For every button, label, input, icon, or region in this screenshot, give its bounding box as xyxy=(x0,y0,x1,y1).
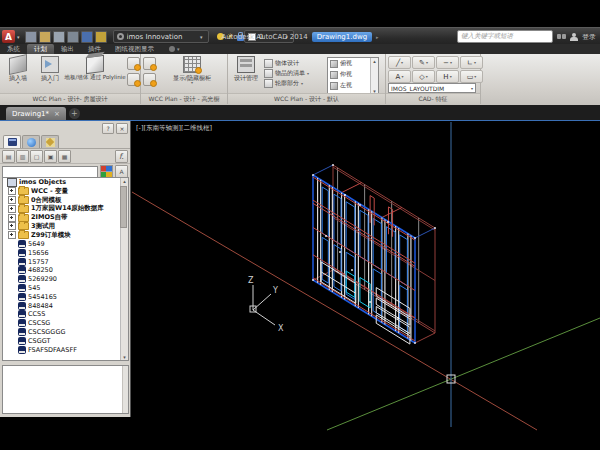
polyline-icon[interactable]: −▾ xyxy=(436,56,459,69)
design-item-button[interactable]: 轮廓部分▾ xyxy=(264,78,309,88)
door-tool-icon[interactable] xyxy=(127,73,140,86)
workspace-dropdown[interactable]: imos Innovation ▾ xyxy=(113,30,209,43)
ribbon-tab[interactable]: 系统 xyxy=(0,44,27,54)
tree-item[interactable]: 848484 xyxy=(3,301,128,310)
tree-item[interactable]: Z99订单模块 xyxy=(3,231,128,240)
view-listbox[interactable]: 俯视仰视左视 ▴▾ xyxy=(327,57,379,95)
tree-item[interactable]: CSCSGGGG xyxy=(3,328,128,337)
dimension-icon[interactable]: H▾ xyxy=(436,70,459,83)
search-icon[interactable] xyxy=(557,34,566,39)
view-mode-1-icon[interactable]: ▤ xyxy=(2,150,15,163)
ribbon-minimize-icon[interactable]: ▾ xyxy=(169,44,180,54)
tree-scroll-thumb[interactable] xyxy=(120,186,127,228)
expand-icon[interactable] xyxy=(8,205,16,213)
tree-item[interactable]: CSCSG xyxy=(3,319,128,328)
tab-catalog[interactable] xyxy=(22,135,40,148)
layer-value: 0 xyxy=(259,33,280,41)
tool-icon xyxy=(264,79,273,88)
view-mode-4-icon[interactable]: ▣ xyxy=(44,150,57,163)
save-icon[interactable] xyxy=(53,31,65,43)
dimstyle-dropdown[interactable]: IMOS_LAYOUTDIM ▾ xyxy=(388,83,476,93)
panel-cad-features: ╱▾✎▾−▾∟▾A▾◇▾H▾▭▾ IMOS_LAYOUTDIM ▾ CAD- 特… xyxy=(386,54,481,104)
text-icon[interactable]: A▾ xyxy=(388,70,411,83)
infocenter: 键入关键字或短语 登录 xyxy=(457,30,596,43)
layer-lock-icon[interactable] xyxy=(237,35,244,41)
expand-icon[interactable] xyxy=(8,187,16,195)
tree-scrollbar[interactable]: ▴▾ xyxy=(120,178,128,360)
floor-wall-polyline-button[interactable]: 地板/墙体 通过 Polylinie xyxy=(62,56,128,81)
design-manage-button[interactable]: 设计管理 xyxy=(231,56,261,81)
imos-palette: ? × ▤ ▥ ▢ ▣ ▦ f. A imos ObjectsWCC - 变量0… xyxy=(0,121,131,417)
tree-item[interactable]: 5269290 xyxy=(3,275,128,284)
ribbon-tab[interactable]: 图纸视图显示 xyxy=(108,44,161,54)
view-mode-5-icon[interactable]: ▦ xyxy=(58,150,71,163)
tree-item[interactable]: 468250 xyxy=(3,266,128,275)
tab-design[interactable] xyxy=(41,135,59,148)
chevron-down-icon: ▾ xyxy=(285,34,288,40)
plot-icon[interactable] xyxy=(95,31,107,43)
document-title: Drawing1.dwg xyxy=(312,32,372,42)
expand-icon[interactable] xyxy=(8,222,16,230)
search-input[interactable]: 键入关键字或短语 xyxy=(457,30,553,43)
viewport-controls-label[interactable]: [-][东南等轴测][二维线框] xyxy=(136,124,212,133)
wall-tool-icon[interactable] xyxy=(127,57,140,70)
tab-objects[interactable] xyxy=(3,135,21,148)
cabinet-tool-icon[interactable] xyxy=(143,57,156,70)
user-icon[interactable] xyxy=(570,33,578,41)
sign-in-button[interactable]: 登录 xyxy=(582,32,596,42)
new-icon[interactable] xyxy=(25,31,37,43)
layer-on-icon[interactable] xyxy=(217,33,224,40)
expand-icon[interactable] xyxy=(8,231,16,239)
show-hide-cabinet-button[interactable]: 显示/隐藏橱柜▾ xyxy=(159,56,225,85)
fx-button[interactable]: f. xyxy=(115,150,128,163)
ucs-x-label: X xyxy=(278,324,284,333)
saveas-icon[interactable] xyxy=(67,31,79,43)
cabinet-tool2-icon[interactable] xyxy=(143,73,156,86)
ribbon-tab[interactable]: 计划 xyxy=(27,44,54,54)
tree-item[interactable]: 15757 xyxy=(3,257,128,266)
ribbon-tab[interactable]: 输出 xyxy=(54,44,81,54)
tree-item[interactable]: CSGGT xyxy=(3,336,128,345)
insert-door-button[interactable]: 插入门▾ xyxy=(36,56,64,85)
view-mode-2-icon[interactable]: ▥ xyxy=(16,150,29,163)
spline-icon[interactable]: ✎▾ xyxy=(412,56,435,69)
globe-icon xyxy=(27,138,36,147)
rectangle-icon[interactable]: ▭▾ xyxy=(460,70,483,83)
close-icon[interactable]: × xyxy=(54,110,60,118)
insert-wall-button[interactable]: 插入墙▾ xyxy=(2,56,34,85)
expand-icon[interactable] xyxy=(8,196,16,204)
line-icon[interactable]: ╱▾ xyxy=(388,56,411,69)
new-tab-button[interactable]: + xyxy=(69,108,80,119)
drawing-viewport[interactable]: Z Y X [-][东南等轴测][二维线框] xyxy=(131,121,600,450)
view-mode-3-icon[interactable]: ▢ xyxy=(30,150,43,163)
layer-dropdown[interactable]: 0 ▾ xyxy=(244,30,294,43)
palette-header: ? × xyxy=(0,121,130,135)
tree-item[interactable]: FSAFSDFAASFF xyxy=(3,345,128,354)
view-list-scrollbar[interactable]: ▴▾ xyxy=(370,58,378,94)
autocad-logo[interactable]: A xyxy=(2,30,15,43)
close-button[interactable]: × xyxy=(116,123,128,134)
door-icon xyxy=(41,56,59,73)
expand-icon[interactable] xyxy=(8,214,16,222)
file-tab-drawing1[interactable]: Drawing1* × xyxy=(6,107,66,120)
tree-item[interactable]: 5454165 xyxy=(3,292,128,301)
logo-caret-icon[interactable]: ▾ xyxy=(17,34,20,40)
tree-item[interactable]: 5649 xyxy=(3,240,128,249)
help-button[interactable]: ? xyxy=(102,123,114,134)
undo-icon[interactable] xyxy=(81,31,93,43)
polygon-icon[interactable]: ◇▾ xyxy=(412,70,435,83)
angle-icon[interactable]: ∟▾ xyxy=(460,56,483,69)
file-tabbar: Drawing1* × + xyxy=(0,105,600,121)
tree-item[interactable]: CCSS xyxy=(3,310,128,319)
design-item-button[interactable]: 物体设计 xyxy=(264,58,309,68)
open-icon[interactable] xyxy=(39,31,51,43)
preview-scrollbar[interactable] xyxy=(122,366,128,413)
design-item-button[interactable]: 物品的清单▾ xyxy=(264,68,309,78)
cabinet-icon xyxy=(8,138,17,146)
grid-bulb-icon xyxy=(183,56,201,73)
layer-thaw-icon[interactable]: ☀ xyxy=(227,33,234,40)
filter-input[interactable] xyxy=(2,166,98,178)
tree-item[interactable]: 15656 xyxy=(3,248,128,257)
cad-tools: ╱▾✎▾−▾∟▾A▾◇▾H▾▭▾ xyxy=(388,56,478,83)
tree-item[interactable]: 545 xyxy=(3,284,128,293)
